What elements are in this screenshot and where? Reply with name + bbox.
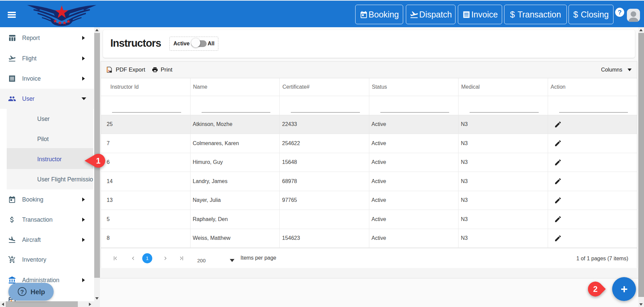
svg-text:2: 2 bbox=[593, 284, 597, 294]
svg-text:1: 1 bbox=[96, 156, 100, 165]
